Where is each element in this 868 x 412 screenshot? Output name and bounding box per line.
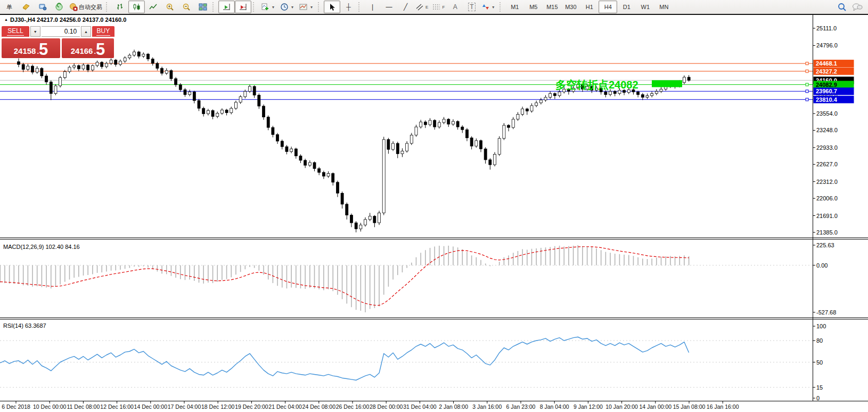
candle-body (101, 62, 103, 67)
terminal-icon (38, 3, 47, 11)
arrows-caret[interactable]: ▾ (490, 5, 496, 10)
collapse-triangle-icon[interactable]: ▲ (4, 18, 8, 21)
candle-body (452, 122, 454, 124)
trade-panel-controls: SELL ▼ 0.10 ▲ BUY (2, 26, 114, 37)
candle-body (406, 143, 408, 151)
candle-body (359, 225, 362, 229)
fibonacci-button[interactable]: F (430, 1, 447, 13)
volume-increase-button[interactable]: ▲ (81, 26, 91, 37)
timeframe-m5-button[interactable]: M5 (524, 1, 543, 13)
strategy-tester-button[interactable] (51, 1, 67, 13)
candle-body (142, 54, 145, 56)
timeframe-m30-button[interactable]: M30 (561, 1, 580, 13)
candle-body (54, 86, 57, 93)
indicators-button[interactable]: ▾ (259, 1, 278, 13)
channel-icon (416, 3, 424, 11)
timeframe-m1-button[interactable]: M1 (505, 1, 524, 13)
terminal-button[interactable] (34, 1, 51, 13)
timeframe-m15-button[interactable]: M15 (543, 1, 561, 13)
text-button[interactable]: A (447, 1, 463, 13)
candle-body (91, 66, 94, 70)
timeframe-w1-button[interactable]: W1 (636, 1, 654, 13)
text-label-button[interactable]: T (463, 1, 480, 13)
line-handle (806, 98, 808, 101)
volume-input[interactable]: 0.10 (42, 26, 80, 37)
buy-button[interactable]: BUY (92, 26, 114, 37)
indicators-caret[interactable]: ▾ (271, 5, 276, 10)
candle-body (415, 127, 417, 135)
line-chart-button[interactable] (145, 1, 161, 13)
candle-body (544, 98, 547, 100)
candle-body (308, 163, 311, 165)
zoom-in-icon (166, 3, 174, 11)
candle-body (655, 91, 658, 93)
candle-body (18, 62, 20, 64)
auto-scroll-button[interactable] (218, 1, 235, 13)
cursor-icon (329, 3, 336, 11)
candle-body (480, 141, 482, 149)
toolbar-handle (212, 2, 216, 12)
time-axis-label: 6 Jan 23:00 (506, 403, 536, 410)
candle-body (609, 91, 612, 94)
arrows-button[interactable]: ▾ (480, 1, 498, 13)
candle-body (401, 151, 404, 154)
time-axis-label: 24 Dec 08:00 (302, 403, 336, 410)
trendline-icon: ╱ (404, 3, 407, 11)
horizontal-line-button[interactable]: — (381, 1, 397, 13)
candle-body (249, 86, 251, 91)
bar-chart-button[interactable] (112, 1, 128, 13)
vertical-line-icon: | (372, 3, 373, 11)
one-click-trading-panel: SELL ▼ 0.10 ▲ BUY 24158.5 24166.5 (2, 26, 114, 58)
timeframe-d1-button[interactable]: D1 (617, 1, 636, 13)
sell-price-display[interactable]: 24158.5 (2, 38, 60, 58)
candle-body (465, 130, 468, 138)
tester-icon (55, 3, 63, 11)
candle-body (420, 122, 422, 127)
candle-body (382, 140, 385, 213)
periods-button[interactable]: ▾ (278, 1, 297, 13)
time-axis-label: 14 Jan 00:00 (639, 403, 672, 410)
rsi-axis-label: 100 (816, 323, 826, 329)
candle-body (443, 119, 445, 123)
tile-windows-button[interactable] (194, 1, 211, 13)
candle-body (683, 77, 685, 83)
toolbar-right (838, 0, 863, 14)
toolbar-handle (318, 2, 322, 12)
toolbar-group-main: 单 自动交易 (1, 0, 104, 14)
chart-shift-button[interactable] (235, 1, 251, 13)
crosshair-button[interactable]: ┼ (340, 1, 357, 13)
search-icon[interactable] (838, 3, 847, 12)
zoom-out-button[interactable] (178, 1, 194, 13)
metaeditor-button[interactable] (18, 1, 34, 13)
chart-canvas[interactable]: 多空转折点2408225111.024796.023869.023554.023… (0, 15, 868, 412)
chat-icon[interactable] (852, 3, 863, 11)
equidistant-channel-button[interactable]: E (414, 1, 430, 13)
macd-axis-label: -527.68 (816, 309, 836, 316)
buy-price-display[interactable]: 24166.5 (62, 38, 114, 58)
candlestick-chart-button[interactable] (128, 1, 145, 13)
candle-body (207, 110, 209, 114)
timeframe-mn-button[interactable]: MN (654, 1, 673, 13)
candle-body (447, 119, 450, 124)
macd-axis-label: 0.00 (816, 262, 828, 269)
candle-body (558, 92, 561, 95)
candle-body (322, 172, 325, 176)
vertical-line-button[interactable]: | (364, 1, 381, 13)
periods-caret[interactable]: ▾ (290, 5, 295, 10)
templates-button[interactable]: ▾ (297, 1, 316, 13)
candle-body (234, 102, 237, 108)
volume-decrease-button[interactable]: ▼ (30, 26, 40, 37)
autotrading-button[interactable]: 自动交易 (67, 1, 104, 13)
cursor-button[interactable] (324, 1, 340, 13)
candle-body (258, 95, 260, 107)
candle-body (110, 60, 112, 63)
sell-button[interactable]: SELL (2, 26, 29, 37)
trendline-button[interactable]: ╱ (397, 1, 414, 13)
timeframe-h4-button[interactable]: H4 (599, 1, 617, 13)
timeframe-h1-button[interactable]: H1 (580, 1, 599, 13)
templates-caret[interactable]: ▾ (309, 5, 314, 10)
new-order-button[interactable]: 单 (1, 1, 18, 13)
zoom-in-button[interactable] (161, 1, 178, 13)
candle-body (373, 216, 376, 223)
price-line-label-text: 24468.1 (816, 60, 837, 67)
